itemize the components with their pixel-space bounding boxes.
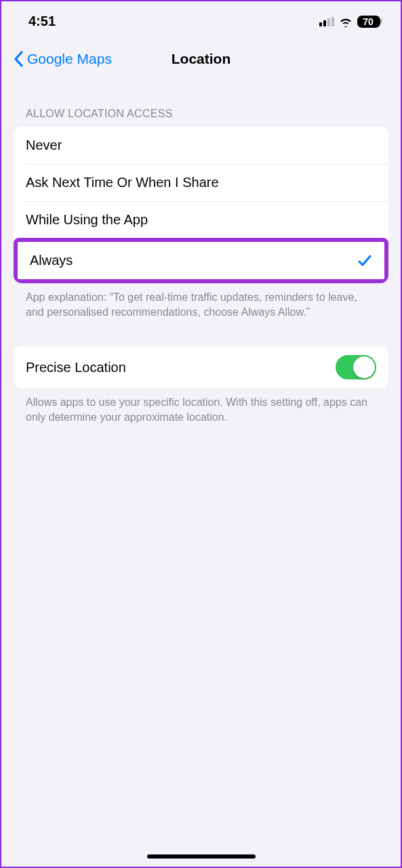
wifi-icon	[339, 16, 353, 27]
precise-location-toggle[interactable]	[336, 355, 376, 379]
status-right: 70	[319, 16, 380, 28]
section-header-location-access: ALLOW LOCATION ACCESS	[14, 75, 388, 127]
precise-location-label: Precise Location	[26, 360, 126, 375]
battery-indicator: 70	[357, 16, 380, 28]
status-bar: 4:51 70	[1, 1, 401, 36]
battery-level: 70	[363, 16, 374, 27]
location-access-options: Never Ask Next Time Or When I Share Whil…	[14, 127, 388, 283]
cellular-signal-icon	[319, 17, 334, 26]
option-label: Always	[30, 253, 73, 268]
checkmark-icon	[357, 253, 372, 268]
back-label: Google Maps	[27, 51, 112, 67]
section-footer-explanation: App explanation: “To get real-time traff…	[14, 283, 388, 319]
option-label: While Using the App	[26, 212, 148, 228]
status-time: 4:51	[28, 14, 56, 29]
option-always[interactable]: Always	[14, 238, 388, 283]
option-never[interactable]: Never	[14, 127, 388, 164]
chevron-left-icon	[14, 51, 24, 67]
precise-location-row: Precise Location	[14, 346, 388, 388]
section-footer-precise: Allows apps to use your specific locatio…	[14, 388, 388, 424]
option-ask-next-time[interactable]: Ask Next Time Or When I Share	[14, 164, 388, 201]
home-indicator[interactable]	[147, 854, 256, 859]
option-label: Ask Next Time Or When I Share	[26, 175, 219, 190]
nav-header: Google Maps Location	[1, 36, 401, 75]
option-label: Never	[26, 138, 62, 153]
page-title: Location	[172, 51, 231, 67]
precise-location-group: Precise Location	[14, 346, 388, 388]
option-while-using[interactable]: While Using the App	[14, 201, 388, 239]
switch-knob	[353, 356, 375, 378]
back-button[interactable]: Google Maps	[14, 51, 112, 67]
